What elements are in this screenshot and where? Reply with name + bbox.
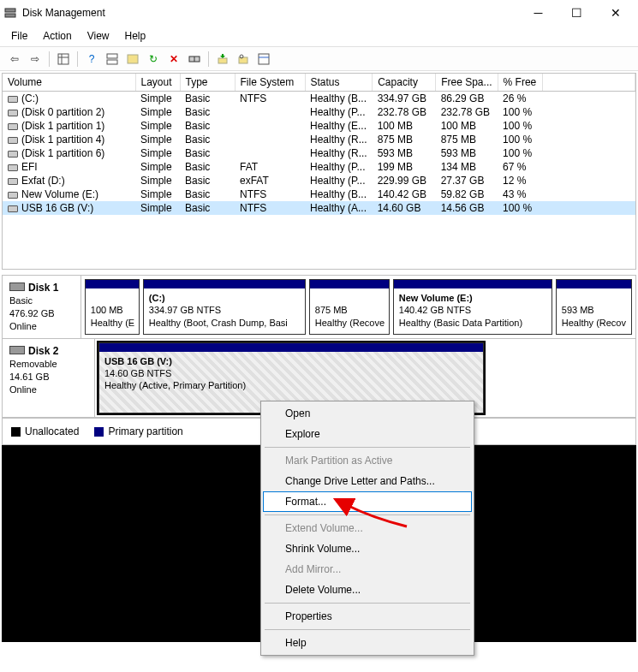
volume-icon [8, 192, 18, 199]
table-header-row[interactable]: Volume Layout Type File System Status Ca… [3, 74, 635, 92]
svg-rect-6 [107, 60, 117, 64]
table-row[interactable]: (Disk 1 partition 6)SimpleBasicHealthy (… [3, 146, 635, 160]
menubar: File Action View Help [0, 26, 638, 47]
cm-shrink[interactable]: Shrink Volume... [263, 538, 472, 559]
table-row[interactable]: (Disk 1 partition 1)SimpleBasicHealthy (… [3, 119, 635, 133]
partition[interactable]: 875 MBHealthy (Recove [309, 279, 390, 335]
maximize-button[interactable]: ☐ [558, 1, 596, 25]
disk-info[interactable]: Disk 2 Removable 14.61 GB Online [3, 339, 95, 417]
svg-rect-1 [5, 14, 15, 17]
legend-swatch-primary [94, 427, 104, 437]
col-type[interactable]: Type [180, 74, 235, 92]
cm-explore[interactable]: Explore [263, 424, 472, 444]
volume-icon [8, 178, 18, 185]
partition[interactable]: 100 MBHealthy (E [85, 279, 140, 335]
cm-extend: Extend Volume... [263, 518, 472, 538]
svg-rect-0 [5, 9, 15, 12]
col-capacity[interactable]: Capacity [373, 74, 436, 92]
context-menu: Open Explore Mark Partition as Active Ch… [260, 401, 474, 656]
disk-icon [9, 346, 25, 354]
partition[interactable]: (C:)334.97 GB NTFSHealthy (Boot, Crash D… [143, 279, 306, 335]
toolbar: ⇦ ⇨ ? ↻ ✕ [0, 47, 638, 71]
cm-properties[interactable]: Properties [263, 606, 472, 627]
volume-icon [8, 205, 18, 212]
volume-icon [8, 151, 18, 158]
col-fs[interactable]: File System [235, 74, 305, 92]
window-title: Disk Management [22, 7, 519, 19]
col-free[interactable]: Free Spa... [436, 74, 498, 92]
svg-rect-5 [107, 54, 117, 58]
volume-icon [8, 137, 18, 144]
back-icon[interactable]: ⇦ [5, 50, 24, 68]
col-volume[interactable]: Volume [3, 74, 135, 92]
svg-rect-7 [128, 55, 138, 63]
col-pct[interactable]: % Free [498, 74, 542, 92]
cm-change-letter[interactable]: Change Drive Letter and Paths... [263, 471, 472, 491]
volume-icon [8, 164, 18, 171]
titlebar: Disk Management ─ ☐ ✕ [0, 0, 638, 26]
partition[interactable]: New Volume (E:)140.42 GB NTFSHealthy (Ba… [393, 279, 552, 335]
partition[interactable]: 593 MBHealthy (Recov [556, 279, 632, 335]
menu-help[interactable]: Help [117, 27, 154, 45]
menu-action[interactable]: Action [35, 27, 79, 45]
table-row[interactable]: (C:)SimpleBasicNTFSHealthy (B...334.97 G… [3, 92, 635, 106]
volume-icon [8, 110, 18, 116]
svg-rect-11 [239, 57, 247, 63]
menu-view[interactable]: View [80, 27, 117, 45]
table-row[interactable]: EFISimpleBasicFATHealthy (P...199 MB134 … [3, 160, 635, 174]
close-button[interactable]: ✕ [596, 1, 635, 25]
refresh-icon[interactable]: ↻ [144, 50, 163, 68]
legend-swatch-unallocated [11, 427, 21, 437]
col-layout[interactable]: Layout [135, 74, 180, 92]
partition-icon[interactable] [185, 50, 204, 68]
table-row[interactable]: Exfat (D:)SimpleBasicexFATHealthy (P...2… [3, 174, 635, 187]
action-icon[interactable] [213, 50, 232, 68]
col-status[interactable]: Status [305, 74, 373, 92]
disk-info[interactable]: Disk 1 Basic 476.92 GB Online [3, 276, 81, 338]
disk-row: Disk 1 Basic 476.92 GB Online 100 MBHeal… [3, 276, 635, 339]
table-row[interactable]: New Volume (E:)SimpleBasicNTFSHealthy (B… [3, 187, 635, 201]
menu-file[interactable]: File [3, 27, 35, 45]
details-icon[interactable] [54, 50, 73, 68]
search-icon[interactable] [234, 50, 253, 68]
forward-icon[interactable]: ⇨ [26, 50, 45, 68]
table-row[interactable]: USB 16 GB (V:)SimpleBasicNTFSHealthy (A.… [3, 201, 635, 215]
volume-list: Volume Layout Type File System Status Ca… [2, 73, 636, 270]
properties-icon[interactable] [254, 50, 273, 68]
help-icon[interactable]: ? [82, 50, 101, 68]
app-icon [3, 6, 17, 20]
svg-rect-13 [259, 54, 269, 64]
cm-mark-active: Mark Partition as Active [263, 450, 472, 471]
delete-icon[interactable]: ✕ [164, 50, 183, 68]
layout-icon[interactable] [103, 50, 122, 68]
svg-rect-2 [58, 54, 69, 64]
minimize-button[interactable]: ─ [519, 1, 558, 25]
cm-mirror: Add Mirror... [263, 559, 472, 580]
cm-format[interactable]: Format... [263, 491, 472, 512]
svg-rect-10 [218, 58, 227, 63]
cm-open[interactable]: Open [263, 403, 472, 424]
table-row[interactable]: (Disk 0 partition 2)SimpleBasicHealthy (… [3, 105, 635, 119]
table-row[interactable]: (Disk 1 partition 4)SimpleBasicHealthy (… [3, 133, 635, 146]
settings-icon[interactable] [123, 50, 142, 68]
cm-delete[interactable]: Delete Volume... [263, 580, 472, 600]
cm-help[interactable]: Help [263, 633, 472, 653]
disk-icon [9, 282, 25, 291]
volume-icon [8, 123, 18, 130]
volume-icon [8, 96, 18, 103]
